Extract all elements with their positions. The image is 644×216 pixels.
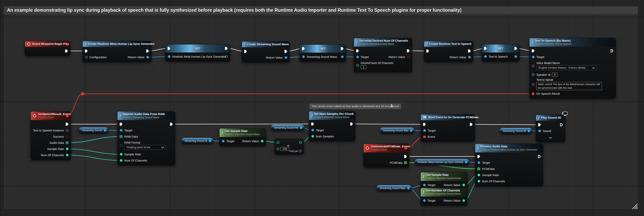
- variable-get-pill4[interactable]: Streaming Sound Wave: [380, 127, 415, 134]
- eout-pin[interactable]: [538, 155, 541, 158]
- node-set3[interactable]: SETText to Speech: [482, 44, 520, 61]
- node-crtts[interactable]: ƒCreate Runtime Text to SpeechReturn Val…: [424, 41, 473, 62]
- dropdown[interactable]: Floating point 32-bit: [124, 145, 166, 150]
- sr-pin[interactable]: [120, 153, 123, 156]
- variable-get-pillr[interactable]: Realistic Meta Human Lip Sync Generator: [414, 159, 470, 165]
- node-ons[interactable]: OnSpeechResult_EventCustom EventText to …: [30, 111, 71, 160]
- target-pin[interactable]: [532, 55, 535, 59]
- vin-pin[interactable]: [302, 55, 305, 59]
- osr-pin[interactable]: [532, 92, 535, 96]
- node-sinit[interactable]: ƒSet Initial Desired Num Of ChannelsTarg…: [354, 38, 412, 72]
- p-pin[interactable]: [300, 126, 302, 130]
- eout-pin[interactable]: [560, 123, 563, 127]
- add-pin-button[interactable]: Add pin+: [289, 150, 302, 153]
- pin-pin[interactable]: [66, 129, 69, 132]
- node-set2[interactable]: SETStreaming Sound Wave: [300, 44, 346, 62]
- p-pin[interactable]: [208, 139, 212, 143]
- ein-pin[interactable]: [311, 122, 314, 126]
- eout-pin[interactable]: [468, 49, 471, 53]
- dropdown[interactable]: English (United States) - Kokoro (Bella): [536, 65, 597, 70]
- target-pin[interactable]: [356, 55, 359, 59]
- delegate-badge[interactable]: [66, 43, 68, 45]
- pushpin-icon[interactable]: [391, 104, 392, 105]
- vout-pin[interactable]: [514, 55, 517, 58]
- pcm-pin[interactable]: [477, 167, 480, 171]
- ein-pin[interactable]: [85, 49, 88, 53]
- target-pin[interactable]: [222, 139, 225, 143]
- variable-get-pill6[interactable]: Streaming Sound Wave: [376, 185, 412, 192]
- rv-pin[interactable]: [462, 199, 465, 203]
- target-pin[interactable]: [311, 128, 314, 132]
- sr-pin[interactable]: [477, 173, 480, 177]
- sr-pin[interactable]: [66, 147, 69, 151]
- vin-pin[interactable]: [168, 55, 170, 58]
- a-pin[interactable]: [276, 141, 280, 144]
- comment-bubble-controls[interactable]: [390, 104, 393, 107]
- ein-pin[interactable]: [477, 155, 480, 158]
- node-div[interactable]: ÷100Add pin+: [274, 138, 304, 154]
- value-input[interactable]: 1: [361, 65, 366, 69]
- pcm-pin[interactable]: [404, 161, 407, 165]
- pin-pin[interactable]: [85, 55, 88, 59]
- target-pin[interactable]: [477, 161, 480, 165]
- node-proc[interactable]: ƒProcess Audio DataTarget is Realistic M…: [475, 144, 543, 186]
- delegate-badge[interactable]: [66, 114, 69, 117]
- eout-pin[interactable]: [350, 122, 353, 126]
- eout-pin[interactable]: [284, 50, 288, 53]
- eout-pin[interactable]: [404, 155, 407, 158]
- ev-pin[interactable]: [423, 135, 426, 139]
- vin-pin[interactable]: [484, 55, 487, 58]
- comment-title-bar[interactable]: An example demonstrating lip sync during…: [4, 6, 638, 14]
- ein-pin[interactable]: [302, 47, 305, 50]
- pin-pin[interactable]: [407, 55, 410, 59]
- ein-pin[interactable]: [120, 122, 123, 126]
- node-play[interactable]: ƒPlay Sound 2DSound: [536, 115, 565, 142]
- eout-pin[interactable]: [66, 122, 69, 126]
- p-pin[interactable]: [103, 129, 106, 132]
- eout-pin[interactable]: [340, 47, 344, 50]
- p-pin[interactable]: [464, 160, 468, 164]
- vout-pin[interactable]: [225, 55, 228, 58]
- node-gsr1[interactable]: ƒGet Sample RateTarget is Imported Sound…: [219, 128, 266, 146]
- eout-pin[interactable]: [514, 47, 517, 50]
- audio-pin[interactable]: [66, 141, 69, 145]
- ein-pin[interactable]: [484, 47, 487, 50]
- blueprint-graph-canvas[interactable]: An example demonstrating lip sync during…: [0, 0, 644, 216]
- p-pin[interactable]: [410, 129, 413, 132]
- raw-pin[interactable]: [120, 135, 123, 138]
- ein-pin[interactable]: [356, 49, 359, 53]
- eout-pin[interactable]: [146, 49, 149, 53]
- b-pin[interactable]: [276, 147, 280, 151]
- ein-pin[interactable]: [538, 123, 541, 127]
- node-gnc[interactable]: ƒGet Number Of ChannelsTarget is Importe…: [420, 188, 468, 206]
- rv-pin[interactable]: [462, 183, 465, 187]
- node-append[interactable]: ƒAppend Audio Data From RAWTarget is Str…: [117, 111, 175, 165]
- eout-pin[interactable]: [65, 49, 68, 53]
- delegate-badge[interactable]: [404, 147, 407, 149]
- value-input[interactable]: 100: [281, 147, 289, 151]
- ch-pin[interactable]: [477, 180, 480, 183]
- variable-get-pill3[interactable]: Streaming Sound Wave: [271, 124, 304, 131]
- variable-get-pill1[interactable]: Streaming Sound Wave: [78, 127, 108, 134]
- rv-pin[interactable]: [146, 55, 149, 59]
- node-set1[interactable]: SETRealistic Meta Human Lip Sync Generat…: [165, 44, 230, 61]
- pin-pin[interactable]: [532, 73, 535, 77]
- eout-pin[interactable]: [407, 49, 410, 53]
- out-pin[interactable]: [299, 141, 302, 144]
- rv-pin[interactable]: [260, 139, 264, 143]
- rv-pin[interactable]: [284, 56, 288, 59]
- ein-pin[interactable]: [244, 50, 247, 53]
- pin-pin[interactable]: [532, 82, 535, 86]
- node-snum[interactable]: ƒSet Num Samples Per ChunkTarget is Impo…: [309, 111, 355, 141]
- sound-pin[interactable]: [538, 129, 541, 133]
- variable-get-pill5[interactable]: Streaming Sound Wave: [500, 128, 532, 134]
- eout-pin[interactable]: [470, 123, 473, 126]
- value-input[interactable]: 0: [552, 73, 558, 77]
- ein-pin[interactable]: [168, 47, 170, 50]
- chevron-down-icon[interactable]: [549, 136, 552, 138]
- ein-pin[interactable]: [532, 49, 535, 53]
- eout-pin[interactable]: [610, 49, 614, 53]
- node-ongen[interactable]: OnGeneratePCMData_EventCustom EventPCMDa…: [363, 144, 409, 168]
- target-pin[interactable]: [423, 199, 426, 203]
- node-cssw[interactable]: ƒCreate Streaming Sound WaveReturn Value: [242, 41, 290, 62]
